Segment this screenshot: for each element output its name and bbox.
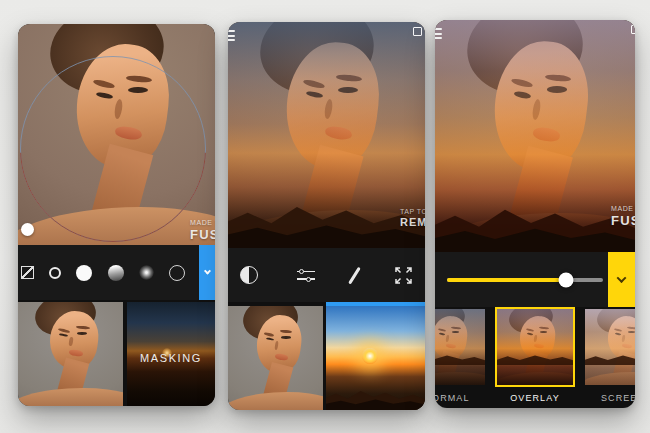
watermark-line1: MADE WITH <box>190 219 215 226</box>
export-icon[interactable] <box>631 25 635 34</box>
tools-toolbar <box>228 248 425 302</box>
watermark-made-with-fused: MADE WITH FUSED <box>611 205 635 228</box>
menu-icon[interactable] <box>228 30 235 44</box>
photo-canvas[interactable]: MADE WITH FUSED <box>18 24 215 245</box>
slider-fill <box>447 278 566 282</box>
watermark-line1: MADE WITH <box>611 205 635 212</box>
mask-handle[interactable] <box>21 223 34 236</box>
apply-button[interactable] <box>199 245 215 300</box>
fullscreen-icon[interactable] <box>394 266 413 285</box>
blend-mode-row: NORMAL OVERLAY <box>435 307 635 403</box>
thumbnail-portrait[interactable] <box>18 302 123 406</box>
watermark-line2: FUSED <box>611 213 635 228</box>
filled-circle-mask-icon[interactable] <box>76 265 92 281</box>
slider-handle[interactable] <box>558 272 573 287</box>
masking-label: MASKING <box>127 352 215 364</box>
screen-blend-modes: MADE WITH FUSED <box>435 20 635 408</box>
linear-gradient-mask-icon[interactable] <box>108 265 124 281</box>
mask-tool-list <box>21 245 185 300</box>
blend-overlay-normal <box>435 309 485 385</box>
blend-thumb-screen[interactable] <box>583 307 635 387</box>
screen-masking: MADE WITH FUSED <box>18 24 215 406</box>
screen-editing-tools: TAP TO REMOVE <box>228 22 425 410</box>
thumbnail-row: MASKING <box>18 302 215 406</box>
blend-label-screen: SCREEN <box>583 393 635 403</box>
thin-ring-mask-icon[interactable] <box>169 265 185 281</box>
blend-mode-overlay[interactable]: OVERLAY <box>495 307 575 403</box>
adjustments-icon[interactable] <box>297 269 315 282</box>
sunset-thumb-art <box>326 306 425 410</box>
thumbnail-row <box>228 306 425 410</box>
thumbnail-landscape-masking[interactable]: MASKING <box>127 302 215 406</box>
thumbnail-portrait[interactable] <box>228 306 323 410</box>
watermark-line2: FUSED <box>190 227 215 242</box>
portrait-thumb-art <box>228 306 323 410</box>
watermark-tap-to-remove[interactable]: TAP TO REMOVE <box>400 208 425 228</box>
chevron-down-icon <box>617 273 627 283</box>
sunset-blend-overlay <box>435 20 635 252</box>
contrast-icon[interactable] <box>240 266 258 284</box>
ring-mask-icon[interactable] <box>49 267 61 279</box>
art-eye-right <box>281 336 291 339</box>
sun-icon <box>362 348 378 364</box>
no-mask-icon[interactable] <box>21 266 34 279</box>
mask-toolbar <box>18 245 215 300</box>
blend-mode-screen[interactable]: SCREEN <box>583 307 635 403</box>
opacity-slider-bar <box>435 252 635 307</box>
opacity-slider[interactable] <box>447 278 603 282</box>
app-screens-collage: MADE WITH FUSED <box>0 0 650 433</box>
blend-thumb-normal[interactable] <box>435 307 487 387</box>
circular-mask-overlay[interactable] <box>20 56 206 242</box>
blend-overlay-overlay <box>497 309 573 385</box>
blend-mode-normal[interactable]: NORMAL <box>435 307 487 403</box>
thumbnail-landscape-selected[interactable] <box>326 306 425 410</box>
portrait-thumb-art <box>18 302 123 406</box>
chevron-down-icon <box>203 268 210 275</box>
photo-canvas[interactable]: TAP TO REMOVE <box>228 22 425 248</box>
tool-list <box>240 248 413 302</box>
blend-overlay-screen <box>585 309 635 385</box>
soft-radial-mask-icon[interactable] <box>139 265 154 280</box>
hint-line2: REMOVE <box>400 216 425 228</box>
hint-line1: TAP TO <box>400 208 425 215</box>
watermark-made-with-fused: MADE WITH FUSED <box>190 219 215 242</box>
menu-icon[interactable] <box>435 28 442 42</box>
blend-label-normal: NORMAL <box>435 393 487 403</box>
sunset-blend-overlay <box>228 22 425 248</box>
brush-icon[interactable] <box>348 266 360 283</box>
export-icon[interactable] <box>413 27 422 36</box>
blend-thumb-overlay-selected[interactable] <box>495 307 575 387</box>
photo-canvas[interactable]: MADE WITH FUSED <box>435 20 635 252</box>
confirm-button[interactable] <box>608 252 635 307</box>
art-eye-right <box>77 332 88 335</box>
blend-label-overlay: OVERLAY <box>495 393 575 403</box>
